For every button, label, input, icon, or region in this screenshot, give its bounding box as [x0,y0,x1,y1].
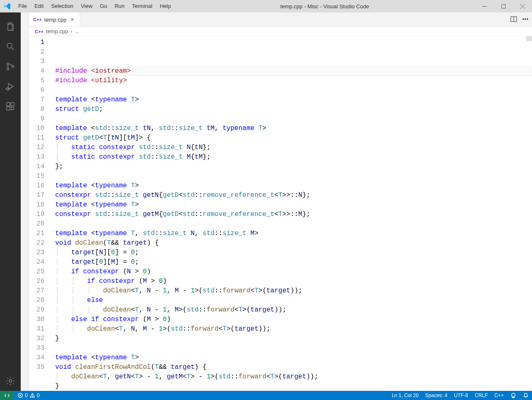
encoding-status[interactable]: UTF-8 [451,391,471,400]
line-number[interactable]: 35 [29,363,44,372]
line-number[interactable]: 19 [29,210,44,219]
settings-gear-icon[interactable] [0,371,21,391]
split-editor-icon[interactable] [510,16,517,24]
line-number[interactable]: 11 [29,133,44,143]
line-number[interactable]: 14 [29,162,44,172]
menu-terminal[interactable]: Terminal [128,0,156,12]
line-number[interactable]: 20 [29,219,44,229]
code-editor[interactable]: 1234567891011121314151617181920212223242… [29,36,532,391]
line-number[interactable]: 12 [29,143,44,152]
menu-run[interactable]: Run [111,0,128,12]
line-number[interactable]: 13 [29,152,44,162]
menu-go[interactable]: Go [96,0,111,12]
line-number[interactable]: 32 [29,334,44,344]
code-line[interactable]: void cleanFirstRowAndCol(T&& target) { [55,363,532,372]
line-number[interactable]: 27 [29,286,44,296]
code-line[interactable] [55,219,532,229]
problems-indicator[interactable]: 0 0 [14,391,43,400]
tab-close-icon[interactable]: × [69,16,76,23]
code-line[interactable]: │ else if constexpr (M > 0) [55,315,532,324]
line-number[interactable]: 23 [29,248,44,258]
close-button[interactable] [513,0,532,12]
search-icon[interactable] [0,37,21,56]
code-line[interactable]: template <typename T, std::size_t N, std… [55,229,532,238]
line-number-gutter[interactable]: 1234567891011121314151617181920212223242… [29,36,52,391]
code-line[interactable]: void doClean(T&& target) { [55,238,532,248]
line-number[interactable]: 7 [29,95,44,105]
code-line[interactable]: #include <utility> [55,76,532,86]
code-line[interactable]: }; [55,162,532,172]
source-control-icon[interactable] [0,56,21,76]
code-line[interactable]: │ static constexpr std::size_t N{tN}; [55,143,532,152]
line-number[interactable]: 21 [29,229,44,238]
notifications-icon[interactable] [520,391,532,400]
line-number[interactable]: 18 [29,200,44,210]
code-line[interactable]: │ static constexpr std::size_t M{tM}; [55,152,532,162]
menu-edit[interactable]: Edit [31,0,47,12]
line-number[interactable]: 28 [29,296,44,305]
menu-help[interactable]: Help [156,0,175,12]
code-line[interactable]: constexpr std::size_t getN{getD<std::rem… [55,191,532,200]
line-number[interactable]: 10 [29,124,44,133]
code-line[interactable] [55,114,532,124]
line-number[interactable]: 4 [29,66,44,76]
code-line[interactable]: │ target[N][0] = 0; [55,248,532,258]
line-number[interactable]: 8 [29,105,44,114]
code-line[interactable]: │ doClean<T, getN<T> - 1, getM<T> - 1>(s… [55,372,532,382]
code-line[interactable]: } [55,382,532,391]
code-line[interactable]: template <typename T> [55,353,532,363]
line-number[interactable]: 5 [29,76,44,86]
code-line[interactable]: constexpr std::size_t getM{getD<std::rem… [55,210,532,219]
code-line[interactable] [55,86,532,95]
breadcrumb-file[interactable]: temp.cpp [46,28,68,34]
maximize-button[interactable] [494,0,513,12]
minimap-slider[interactable] [526,36,532,41]
cursor-position[interactable]: Ln 1, Col 20 [388,391,422,400]
code-line[interactable]: │ │ doClean<T, N, M - 1>(std::forward<T>… [55,324,532,334]
code-content[interactable]: #include <iostream>#include <utility>tem… [52,36,532,391]
indentation-status[interactable]: Spaces: 4 [422,391,451,400]
tab-temp-cpp[interactable]: C++ temp.cpp × [29,12,80,27]
line-number[interactable]: 6 [29,86,44,95]
code-line[interactable]: template <typename T> [55,181,532,191]
code-line[interactable]: │ │ │ doClean<T, N - 1, M>(std::forward<… [55,305,532,315]
code-line[interactable]: } [55,334,532,344]
code-line[interactable]: template <typename T> [55,95,532,105]
menu-selection[interactable]: Selection [47,0,77,12]
line-number[interactable]: 22 [29,238,44,248]
feedback-icon[interactable] [507,391,520,400]
side-bar-collapsed[interactable] [21,12,29,391]
code-line[interactable]: #include <iostream> [55,66,532,76]
line-number[interactable]: 25 [29,267,44,277]
menu-file[interactable]: File [15,0,31,12]
code-line[interactable]: │ if constexpr (N > 0) [55,267,532,277]
menu-view[interactable]: View [77,0,96,12]
code-line[interactable] [55,172,532,181]
breadcrumb[interactable]: C++ temp.cpp › ... [29,27,532,36]
code-line[interactable] [55,344,532,353]
remote-indicator[interactable] [0,391,14,400]
code-line[interactable]: template <typename T> [55,200,532,210]
run-debug-icon[interactable] [0,76,21,96]
line-number[interactable]: 16 [29,181,44,191]
eol-status[interactable]: CRLF [471,391,491,400]
line-number[interactable]: 34 [29,353,44,363]
line-number[interactable]: 24 [29,258,44,267]
explorer-icon[interactable] [0,17,21,37]
line-number[interactable]: 1 [29,38,44,47]
code-line[interactable]: │ │ if constexpr (M > 0) [55,277,532,286]
line-number[interactable]: 9 [29,114,44,124]
minimize-button[interactable] [475,0,494,12]
line-number[interactable]: 3 [29,57,44,66]
line-number[interactable]: 29 [29,305,44,315]
code-line[interactable]: struct getD<T[tN][tM]> { [55,133,532,143]
code-line[interactable]: │ │ │ doClean<T, N - 1, M - 1>(std::forw… [55,286,532,296]
breadcrumb-more[interactable]: ... [75,28,80,34]
code-line[interactable]: template <std::size_t tN, std::size_t tM… [55,124,532,133]
line-number[interactable]: 17 [29,191,44,200]
line-number[interactable]: 31 [29,324,44,334]
line-number[interactable]: 26 [29,277,44,286]
line-number[interactable]: 30 [29,315,44,324]
line-number[interactable]: 33 [29,344,44,353]
line-number[interactable]: 2 [29,47,44,57]
